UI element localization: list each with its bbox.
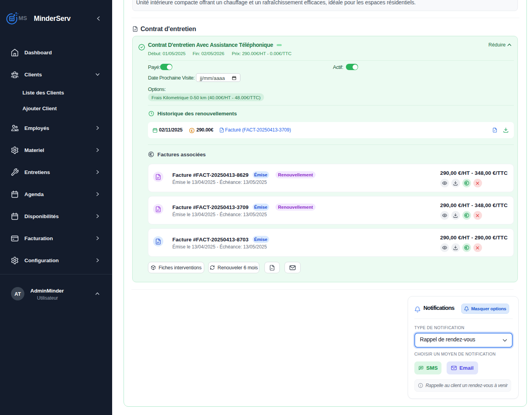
svg-text:€: € <box>191 128 193 132</box>
